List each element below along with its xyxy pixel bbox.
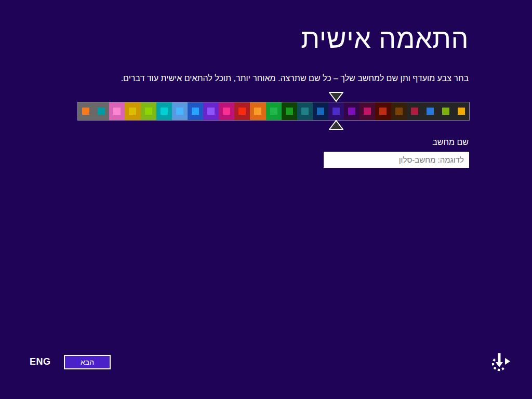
personalize-screen: התאמה אישית בחר צבע מועדף ותן שם למחשב ש…: [0, 0, 532, 399]
computer-name-input[interactable]: [324, 152, 469, 168]
color-cell-accent: [161, 108, 168, 115]
color-cell-accent: [458, 108, 465, 115]
color-cell-19[interactable]: [375, 102, 391, 120]
color-cell-22[interactable]: [422, 102, 438, 120]
color-cell-6[interactable]: [172, 102, 188, 120]
color-cell-4[interactable]: [141, 102, 156, 120]
color-cell-17[interactable]: [344, 102, 360, 120]
color-cell-11[interactable]: [250, 102, 265, 120]
color-cell-23[interactable]: [438, 102, 454, 120]
color-cell-accent: [317, 108, 324, 115]
computer-name-label: שם מחשב: [432, 138, 469, 147]
color-cell-accent: [238, 108, 246, 115]
color-slider-marker-top[interactable]: [329, 92, 343, 102]
color-cell-accent: [270, 108, 277, 115]
color-cell-accent: [82, 108, 89, 115]
color-cell-accent: [411, 108, 418, 115]
color-cell-accent: [129, 108, 136, 115]
color-cell-18[interactable]: [360, 102, 375, 120]
color-strip: [77, 102, 470, 121]
color-cell-accent: [427, 108, 434, 115]
ease-of-access-icon[interactable]: [488, 351, 511, 374]
color-cell-accent: [223, 108, 230, 115]
color-cell-accent: [364, 108, 371, 115]
color-cell-accent: [379, 108, 387, 115]
page-title: התאמה אישית: [301, 24, 469, 54]
color-cell-accent: [301, 108, 309, 115]
color-cell-accent: [442, 108, 449, 115]
page-subtitle: בחר צבע מועדף ותן שם למחשב שלך – כל שם ש…: [121, 73, 469, 84]
color-cell-0[interactable]: [78, 102, 94, 120]
color-cell-16[interactable]: [328, 102, 344, 120]
color-cell-13[interactable]: [282, 102, 297, 120]
color-cell-15[interactable]: [313, 102, 328, 120]
color-cell-20[interactable]: [391, 102, 407, 120]
color-cell-2[interactable]: [109, 102, 125, 120]
color-cell-9[interactable]: [219, 102, 234, 120]
color-cell-accent: [332, 108, 340, 115]
color-cell-accent: [286, 108, 293, 115]
color-cell-accent: [395, 108, 403, 115]
language-indicator[interactable]: ENG: [30, 356, 51, 367]
color-cell-24[interactable]: [454, 102, 469, 120]
color-cell-accent: [348, 108, 355, 115]
next-button[interactable]: הבא: [64, 355, 111, 369]
color-cell-accent: [98, 108, 105, 115]
color-cell-10[interactable]: [234, 102, 250, 120]
color-slider-marker-bottom[interactable]: [329, 120, 343, 130]
color-cell-8[interactable]: [203, 102, 219, 120]
color-cell-accent: [113, 108, 121, 115]
color-cell-3[interactable]: [125, 102, 140, 120]
color-cell-accent: [192, 108, 199, 115]
color-cell-21[interactable]: [407, 102, 422, 120]
color-cell-14[interactable]: [297, 102, 313, 120]
color-cell-accent: [176, 108, 183, 115]
color-cell-7[interactable]: [188, 102, 203, 120]
color-cell-accent: [145, 108, 152, 115]
color-cell-5[interactable]: [156, 102, 172, 120]
color-cell-accent: [207, 108, 215, 115]
color-cell-12[interactable]: [266, 102, 282, 120]
color-cell-accent: [254, 108, 261, 115]
color-cell-1[interactable]: [94, 102, 109, 120]
